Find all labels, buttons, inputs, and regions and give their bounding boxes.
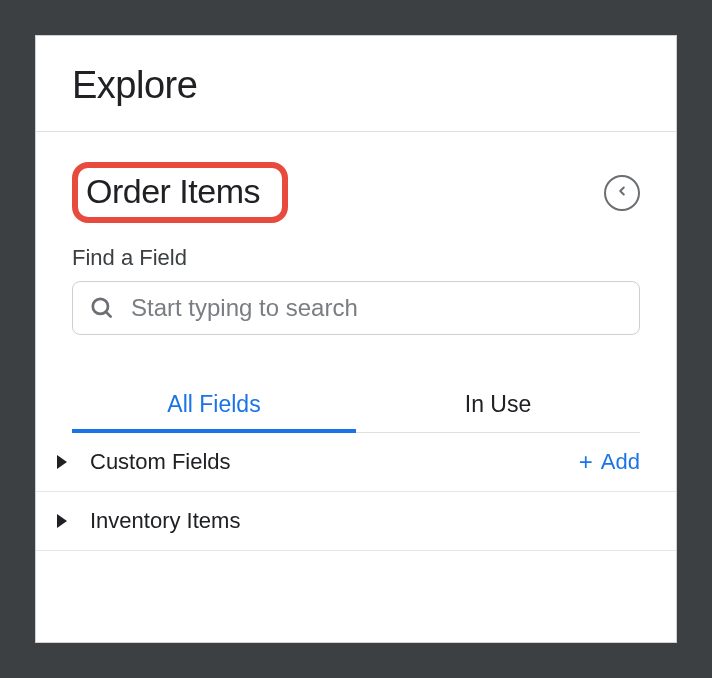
explore-name-highlight: Order Items	[72, 162, 288, 223]
field-group-label: Custom Fields	[90, 449, 579, 475]
svg-marker-2	[57, 455, 67, 469]
field-group-custom-fields[interactable]: Custom Fields + Add	[36, 433, 676, 492]
plus-icon: +	[579, 450, 593, 474]
tab-all-fields[interactable]: All Fields	[72, 377, 356, 432]
tab-in-use[interactable]: In Use	[356, 377, 640, 432]
search-box[interactable]	[72, 281, 640, 335]
field-group-label: Inventory Items	[90, 508, 640, 534]
field-tabs: All Fields In Use	[72, 377, 640, 433]
panel-header: Explore	[36, 36, 676, 132]
tab-label: All Fields	[167, 391, 260, 417]
svg-marker-3	[57, 514, 67, 528]
tab-label: In Use	[465, 391, 531, 417]
chevron-left-icon	[615, 184, 629, 202]
panel-content: Order Items Find a Field All Fields In U…	[36, 132, 676, 642]
explore-name-row: Order Items	[72, 162, 640, 223]
svg-line-1	[106, 312, 111, 317]
panel-title: Explore	[72, 64, 640, 107]
add-label: Add	[601, 449, 640, 475]
field-group-inventory-items[interactable]: Inventory Items	[36, 492, 676, 551]
search-input[interactable]	[131, 294, 623, 322]
caret-right-icon	[56, 455, 68, 469]
collapse-button[interactable]	[604, 175, 640, 211]
explore-panel: Explore Order Items Find a Field All Fie…	[35, 35, 677, 643]
search-icon	[89, 295, 115, 321]
field-list: Custom Fields + Add Inventory Items	[36, 433, 676, 551]
add-custom-field-button[interactable]: + Add	[579, 449, 640, 475]
explore-name: Order Items	[86, 172, 260, 211]
caret-right-icon	[56, 514, 68, 528]
search-label: Find a Field	[72, 245, 640, 271]
